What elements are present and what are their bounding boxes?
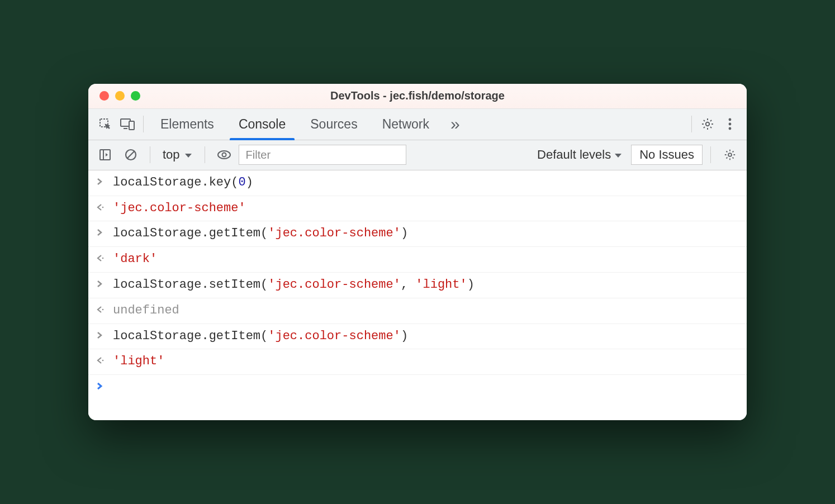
kebab-menu-icon[interactable] xyxy=(719,113,741,135)
console-toolbar: top Default levels No Issues xyxy=(88,140,747,170)
log-levels-selector[interactable]: Default levels xyxy=(532,148,628,162)
console-code: localStorage.getItem('jec.color-scheme') xyxy=(113,225,408,243)
console-output-row: 'light' xyxy=(88,349,747,375)
issues-button[interactable]: No Issues xyxy=(631,145,703,165)
console-code: localStorage.getItem('jec.color-scheme') xyxy=(113,328,408,345)
panel-tabs: Elements Console Sources Network xyxy=(148,109,442,140)
tab-sources[interactable]: Sources xyxy=(298,109,369,140)
console-input-row: localStorage.key(0) xyxy=(88,170,747,196)
levels-label: Default levels xyxy=(537,148,611,162)
context-selector[interactable]: top xyxy=(158,148,197,162)
svg-line-11 xyxy=(127,151,134,158)
console-output-row: undefined xyxy=(88,298,747,324)
context-label: top xyxy=(163,148,180,162)
dropdown-arrow-icon xyxy=(184,148,192,162)
console-input-row: localStorage.setItem('jec.color-scheme',… xyxy=(88,273,747,298)
divider xyxy=(691,116,692,132)
svg-point-4 xyxy=(706,122,709,126)
divider xyxy=(150,146,150,163)
main-tabbar: Elements Console Sources Network » xyxy=(88,109,747,140)
minimize-window-button[interactable] xyxy=(115,91,125,101)
input-chevron-icon xyxy=(96,328,107,343)
input-chevron-icon xyxy=(96,174,107,189)
window-title: DevTools - jec.fish/demo/storage xyxy=(88,89,747,102)
clear-console-icon[interactable] xyxy=(120,144,142,166)
svg-point-17 xyxy=(102,308,104,310)
console-code: localStorage.setItem('jec.color-scheme',… xyxy=(113,277,475,294)
console-output-row: 'dark' xyxy=(88,247,747,273)
console-settings-icon[interactable] xyxy=(719,144,741,166)
toggle-sidebar-icon[interactable] xyxy=(94,144,116,166)
console-prompt-row xyxy=(88,375,747,398)
svg-point-18 xyxy=(102,360,104,362)
output-chevron-icon xyxy=(96,200,107,215)
console-input-row: localStorage.getItem('jec.color-scheme') xyxy=(88,221,747,247)
output-chevron-icon xyxy=(96,302,107,317)
more-tabs-button[interactable]: » xyxy=(442,115,469,134)
svg-point-15 xyxy=(102,206,104,208)
svg-point-6 xyxy=(729,123,732,126)
device-toolbar-icon[interactable] xyxy=(116,113,139,135)
svg-point-12 xyxy=(218,151,230,159)
console-code: undefined xyxy=(113,302,179,320)
titlebar: DevTools - jec.fish/demo/storage xyxy=(88,84,747,109)
input-chevron-icon xyxy=(96,277,107,292)
tab-network[interactable]: Network xyxy=(370,109,442,140)
output-chevron-icon xyxy=(96,251,107,266)
output-chevron-icon xyxy=(96,353,107,368)
console-input-row: localStorage.getItem('jec.color-scheme') xyxy=(88,324,747,350)
divider xyxy=(143,116,144,132)
maximize-window-button[interactable] xyxy=(131,91,140,101)
inspect-element-icon[interactable] xyxy=(94,113,116,135)
divider xyxy=(710,146,711,163)
console-code: localStorage.key(0) xyxy=(113,174,253,192)
tab-elements[interactable]: Elements xyxy=(148,109,226,140)
devtools-window: DevTools - jec.fish/demo/storage Element… xyxy=(88,84,747,421)
live-expression-icon[interactable] xyxy=(213,144,235,166)
console-code: 'light' xyxy=(113,353,164,370)
input-chevron-icon xyxy=(96,225,107,240)
svg-point-13 xyxy=(222,153,226,157)
tab-console[interactable]: Console xyxy=(226,109,298,140)
svg-point-7 xyxy=(729,127,732,130)
svg-rect-8 xyxy=(100,150,110,160)
svg-point-16 xyxy=(102,258,104,259)
console-output-row: 'jec.color-scheme' xyxy=(88,196,747,222)
console-code: 'dark' xyxy=(113,251,157,268)
divider xyxy=(205,146,205,163)
dropdown-arrow-icon xyxy=(614,148,622,162)
traffic-lights xyxy=(88,91,140,101)
filter-input[interactable] xyxy=(239,145,406,165)
close-window-button[interactable] xyxy=(99,91,109,101)
svg-point-5 xyxy=(729,118,732,121)
settings-icon[interactable] xyxy=(696,113,719,135)
console-output[interactable]: localStorage.key(0)'jec.color-scheme'loc… xyxy=(88,170,747,421)
svg-point-14 xyxy=(728,153,732,156)
console-code: 'jec.color-scheme' xyxy=(113,200,246,217)
prompt-chevron-icon xyxy=(96,379,107,394)
svg-rect-3 xyxy=(129,121,134,130)
